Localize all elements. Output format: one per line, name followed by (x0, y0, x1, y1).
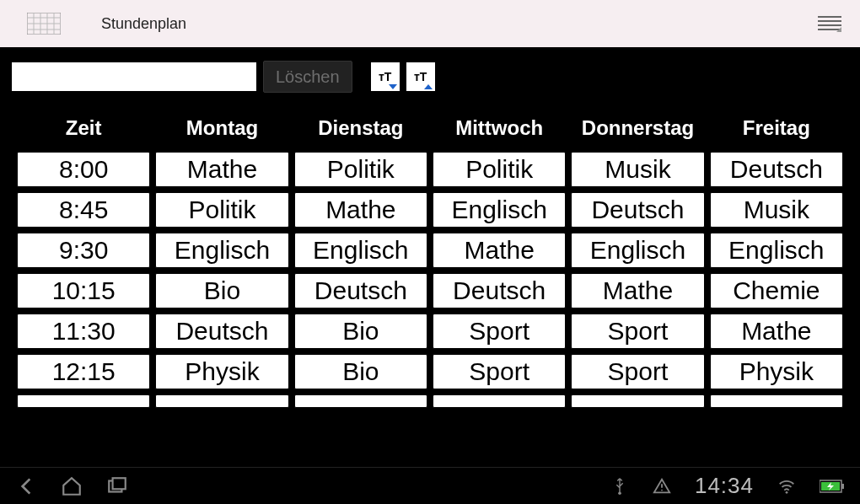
subject-cell[interactable]: Politik (433, 152, 566, 187)
time-cell[interactable]: 9:30 (17, 233, 150, 268)
subject-cell[interactable]: Mathe (710, 314, 843, 349)
time-cell[interactable] (17, 394, 150, 408)
title-bar: Stundenplan (0, 0, 860, 47)
header-freitag: Freitag (710, 113, 843, 147)
table-row: 11:30DeutschBioSportSportMathe (17, 314, 843, 349)
usb-icon (610, 477, 629, 496)
subject-cell[interactable]: Politik (155, 192, 288, 228)
font-increase-label: тT (414, 70, 427, 83)
header-zeit: Zeit (17, 113, 150, 147)
font-decrease-button[interactable]: тT (371, 62, 400, 91)
subject-cell[interactable] (433, 394, 566, 408)
subject-cell[interactable]: Sport (571, 314, 704, 349)
subject-cell[interactable] (710, 394, 843, 408)
table-row: 12:15PhysikBioSportSportPhysik (17, 354, 843, 389)
calendar-grid-icon (27, 13, 61, 35)
header-mittwoch: Mittwoch (433, 113, 566, 147)
status-clock: 14:34 (695, 473, 754, 499)
table-row: 10:15BioDeutschDeutschMatheChemie (17, 273, 843, 308)
subject-cell[interactable]: Sport (571, 354, 704, 389)
subject-cell[interactable]: Physik (155, 354, 288, 389)
time-cell[interactable]: 12:15 (17, 354, 150, 389)
table-row (17, 394, 843, 408)
subject-cell[interactable]: Englisch (710, 233, 843, 268)
subject-cell[interactable]: Musik (710, 192, 843, 228)
time-cell[interactable]: 8:00 (17, 152, 150, 187)
table-row: 8:00MathePolitikPolitikMusikDeutsch (17, 152, 843, 187)
subject-cell[interactable]: Politik (294, 152, 427, 187)
content-area: Löschen тT тT Zeit Montag Dienstag Mittw… (0, 47, 860, 467)
subject-cell[interactable] (294, 394, 427, 408)
toolbar: Löschen тT тT (12, 61, 848, 93)
subject-cell[interactable] (571, 394, 704, 408)
subject-cell[interactable]: Englisch (294, 233, 427, 268)
subject-cell[interactable]: Chemie (710, 273, 843, 308)
subject-cell[interactable]: Englisch (155, 233, 288, 268)
subject-cell[interactable]: Mathe (571, 273, 704, 308)
table-header-row: Zeit Montag Dienstag Mittwoch Donnerstag… (17, 113, 843, 147)
svg-point-15 (618, 491, 621, 495)
svg-rect-20 (841, 484, 844, 489)
subject-cell[interactable]: Deutsch (433, 273, 566, 308)
system-nav-bar: 14:34 (0, 467, 860, 504)
delete-button[interactable]: Löschen (263, 61, 352, 93)
schedule-table: Zeit Montag Dienstag Mittwoch Donnerstag… (12, 108, 848, 413)
subject-cell[interactable]: Englisch (433, 192, 566, 228)
menu-icon[interactable] (818, 15, 841, 32)
table-row: 9:30EnglischEnglischMatheEnglischEnglisc… (17, 233, 843, 268)
subject-cell[interactable]: Mathe (433, 233, 566, 268)
subject-cell[interactable]: Deutsch (571, 192, 704, 228)
subject-cell[interactable]: Bio (294, 354, 427, 389)
subject-cell[interactable]: Deutsch (294, 273, 427, 308)
svg-point-17 (661, 489, 663, 491)
subject-cell[interactable]: Sport (433, 314, 566, 349)
recent-apps-button[interactable] (106, 475, 128, 497)
subject-cell[interactable] (155, 394, 288, 408)
wifi-icon (777, 477, 796, 496)
time-cell[interactable]: 10:15 (17, 273, 150, 308)
header-dienstag: Dienstag (294, 113, 427, 147)
search-input[interactable] (12, 62, 256, 91)
font-increase-button[interactable]: тT (406, 62, 435, 91)
warning-icon (653, 477, 671, 496)
app-title: Stundenplan (101, 15, 186, 33)
subject-cell[interactable]: Physik (710, 354, 843, 389)
header-donnerstag: Donnerstag (571, 113, 704, 147)
subject-cell[interactable]: Bio (155, 273, 288, 308)
chevron-down-icon (389, 84, 397, 89)
time-cell[interactable]: 11:30 (17, 314, 150, 349)
svg-rect-14 (113, 478, 126, 489)
font-decrease-label: тT (379, 70, 391, 83)
subject-cell[interactable]: Musik (571, 152, 704, 187)
table-row: 8:45PolitikMatheEnglischDeutschMusik (17, 192, 843, 228)
time-cell[interactable]: 8:45 (17, 192, 150, 228)
subject-cell[interactable]: Bio (294, 314, 427, 349)
back-button[interactable] (15, 475, 37, 497)
subject-cell[interactable]: Sport (433, 354, 566, 389)
home-button[interactable] (61, 475, 83, 497)
svg-point-18 (786, 491, 788, 493)
subject-cell[interactable]: Deutsch (155, 314, 288, 349)
chevron-up-icon (424, 84, 433, 89)
subject-cell[interactable]: Mathe (155, 152, 288, 187)
subject-cell[interactable]: Deutsch (710, 152, 843, 187)
subject-cell[interactable]: Mathe (294, 192, 427, 228)
battery-charging-icon (820, 480, 845, 493)
header-montag: Montag (155, 113, 288, 147)
subject-cell[interactable]: Englisch (571, 233, 704, 268)
